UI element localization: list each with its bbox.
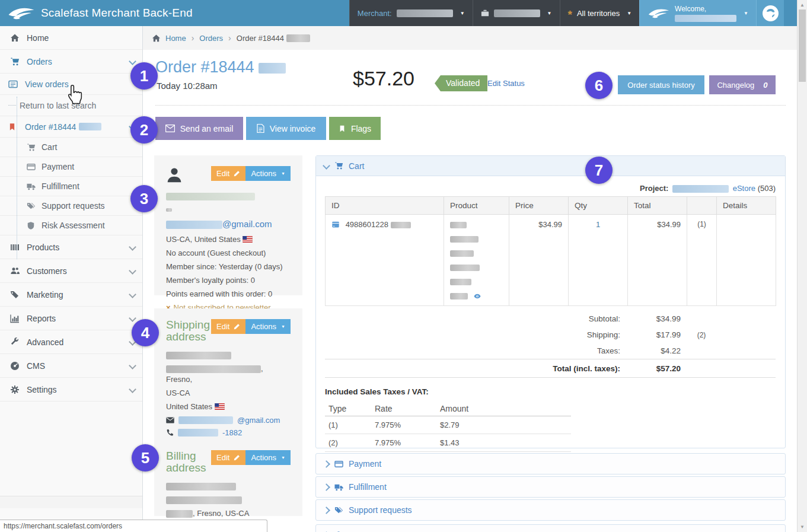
redacted-city <box>166 510 193 518</box>
project-line: Project: eStore (503) <box>316 176 785 196</box>
flags-button[interactable]: Flags <box>329 117 381 140</box>
shipping-address-title: Shipping address <box>166 319 210 343</box>
scroll-up-arrow[interactable]: ▲ <box>798 2 807 8</box>
redacted-order-id <box>286 34 310 42</box>
shipping-actions-button[interactable]: Actions ▼ <box>245 319 291 334</box>
edit-shipping-button[interactable]: Edit <box>211 319 245 334</box>
dashboard-icon <box>10 361 20 371</box>
breadcrumb: Home › Orders › Order #18444 <box>142 26 797 50</box>
edit-customer-button[interactable]: Edit <box>211 166 245 181</box>
breadcrumb-home[interactable]: Home <box>165 34 186 43</box>
changelog-button[interactable]: Changelog 0 <box>709 75 776 94</box>
edit-status-link[interactable]: Edit Status <box>487 79 525 88</box>
scrollbar[interactable]: ▲ ▼ <box>797 0 807 532</box>
col-price: Price <box>509 197 569 215</box>
support-requests-panel: Support requests <box>315 499 786 521</box>
store-selector[interactable]: ▼ <box>473 0 560 26</box>
pencil-icon <box>233 454 240 461</box>
invoice-file-icon <box>257 124 264 133</box>
support-requests-panel-header[interactable]: Support requests <box>316 500 785 520</box>
sidebar-item-label: Settings <box>27 385 57 394</box>
view-invoice-button[interactable]: View invoice <box>246 117 326 140</box>
sidebar-item-risk-assessment[interactable]: Risk Assessment <box>0 216 142 235</box>
eye-icon[interactable] <box>473 292 481 300</box>
language-globe-button[interactable] <box>756 0 784 26</box>
cart-row: 4988601228 $34.99 1 $34.99 <box>326 215 776 306</box>
subtotal-row: Subtotal: $34.99 <box>325 311 776 327</box>
edit-billing-button[interactable]: Edit <box>211 450 245 465</box>
shipping-phone[interactable]: -1882 <box>166 428 291 437</box>
button-label: Edit <box>216 169 229 178</box>
cart-table: ID Product Price Qty Total Details 49886… <box>325 196 776 306</box>
shipping-email[interactable]: @gmail.com <box>166 416 291 425</box>
sidebar-item-home[interactable]: Home <box>0 26 142 50</box>
risk-assessment-panel-header[interactable] <box>316 525 785 532</box>
shield-icon <box>27 221 36 230</box>
billing-actions-button[interactable]: Actions ▼ <box>245 450 291 465</box>
scrollbar-thumb[interactable] <box>799 9 806 82</box>
customer-email[interactable]: @gmail.com <box>166 219 291 229</box>
sidebar-item-marketing[interactable]: Marketing <box>0 283 142 307</box>
sidebar-item-products[interactable]: Products <box>0 235 142 259</box>
col-id: ID <box>326 197 444 215</box>
scroll-down-arrow[interactable]: ▼ <box>798 524 807 530</box>
app-window: Scalefast Merchant Back-End Merchant: ▼ … <box>0 0 807 532</box>
sidebar-item-settings[interactable]: Settings <box>0 378 142 402</box>
cart-icon <box>27 143 36 152</box>
cart-row-id: 4988601228 <box>326 215 444 306</box>
sidebar-item-label: Fulfillment <box>42 181 79 191</box>
redacted-order-id <box>259 63 286 74</box>
sidebar-item-orders[interactable]: Orders <box>0 50 142 74</box>
sidebar-item-label: Payment <box>42 162 74 171</box>
redacted-recipient-name <box>166 352 231 359</box>
address-card: Shipping address Edit Actions ▼ , Fresno… <box>154 308 302 516</box>
redacted-product-text <box>450 250 474 257</box>
project-link[interactable]: eStore <box>733 184 755 193</box>
sidebar-item-current-order[interactable]: Order #18444 <box>0 116 142 138</box>
sidebar-item-reports[interactable]: Reports <box>0 307 142 330</box>
user-menu[interactable]: Welcome, ▼ <box>639 0 756 26</box>
merchant-selector[interactable]: Merchant: ▼ <box>349 0 473 26</box>
customer-account-type: No account (Guest checkout) <box>166 248 291 259</box>
panel-title: Support requests <box>349 505 412 515</box>
col-product: Product <box>444 197 509 215</box>
tax-col-rate: Rate <box>371 402 436 416</box>
sidebar-item-payment[interactable]: Payment <box>0 157 142 177</box>
order-status-history-button[interactable]: Order status history <box>618 75 704 94</box>
territory-selector[interactable]: * All territories ▼ <box>560 0 640 26</box>
cart-panel-header[interactable]: Cart <box>316 156 785 176</box>
item-card-icon[interactable] <box>331 221 340 228</box>
annotation-2: 2 <box>130 116 158 144</box>
redacted-product-text <box>450 279 471 285</box>
sidebar-item-support-requests[interactable]: Support requests <box>0 196 142 216</box>
changelog-count: 0 <box>763 81 767 90</box>
breadcrumb-separator: › <box>228 33 231 43</box>
sidebar-item-cart[interactable]: Cart <box>0 138 142 157</box>
customer-points-earned: Points earned with this order: 0 <box>166 289 291 300</box>
fulfillment-panel: Fulfillment <box>315 476 786 498</box>
customer-member-since: Member since: Yesterday (0 days) <box>166 262 291 272</box>
caret-down-icon: ▼ <box>627 11 631 16</box>
col-qty: Qty <box>569 197 628 215</box>
cart-icon <box>10 57 20 66</box>
button-label: Edit <box>216 322 229 331</box>
redacted-product-text <box>450 236 479 243</box>
sidebar-item-fulfillment[interactable]: Fulfillment <box>0 177 142 196</box>
brand[interactable]: Scalefast Merchant Back-End <box>0 5 193 21</box>
redacted-email <box>166 221 222 229</box>
redacted-order-id <box>79 123 101 130</box>
send-email-button[interactable]: Send an email <box>155 117 243 140</box>
breadcrumb-orders[interactable]: Orders <box>199 34 223 43</box>
annotation-6: 6 <box>585 72 613 99</box>
fulfillment-panel-header[interactable]: Fulfillment <box>316 477 785 497</box>
home-icon <box>10 33 20 43</box>
sidebar-item-cms[interactable]: CMS <box>0 354 142 378</box>
redacted-street <box>166 365 261 373</box>
sidebar-item-customers[interactable]: Customers <box>0 259 142 283</box>
breadcrumb-current: Order #18444 <box>237 34 284 43</box>
payment-panel-header[interactable]: Payment <box>316 454 785 474</box>
sidebar-item-advanced[interactable]: Advanced <box>0 330 142 354</box>
caret-down-icon: ▼ <box>460 11 465 16</box>
button-label: Actions <box>251 169 276 178</box>
customer-actions-button[interactable]: Actions ▼ <box>245 166 291 181</box>
